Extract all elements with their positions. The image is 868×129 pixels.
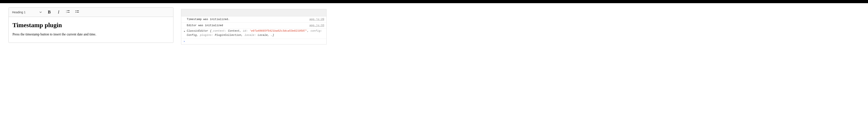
content-heading: Timestamp plugin	[12, 22, 169, 29]
brace-open: {	[208, 29, 212, 33]
object-key: locale:	[245, 34, 256, 37]
object-value: PluginCollection	[213, 34, 241, 37]
object-string-value: 'e97a49665f5421ba02c3dca53e8219507'	[248, 29, 307, 33]
svg-rect-3	[67, 12, 70, 12]
svg-text:2: 2	[66, 12, 67, 13]
object-value: Context	[226, 29, 240, 33]
object-value: Locale	[256, 34, 268, 37]
console-source-link[interactable]: app.js:20	[309, 17, 324, 22]
content-paragraph: Press the timestamp button to insert the…	[12, 33, 169, 36]
console-object-row: ▸ ClassicEditor {_context: Context, id: …	[181, 29, 327, 39]
svg-text:1: 1	[66, 10, 67, 11]
bold-icon: B	[48, 10, 51, 14]
object-key: config:	[310, 29, 322, 33]
console-log-row: Editor was initialized app.js:33	[181, 23, 327, 29]
object-value: Config	[187, 34, 197, 37]
svg-rect-7	[76, 12, 79, 12]
object-class-name: ClassicEditor	[187, 29, 208, 33]
editor-panel: Heading 1 B I 1 2	[8, 7, 174, 43]
console-log-row: Timestamp was initialized. app.js:20	[181, 16, 327, 23]
prompt-chevron-icon: ›	[183, 40, 185, 43]
chevron-down-icon	[39, 11, 42, 13]
object-key: plugins:	[200, 34, 213, 37]
bulleted-list-button[interactable]	[73, 9, 81, 16]
console-message: Timestamp was initialized.	[187, 17, 306, 22]
svg-rect-5	[76, 10, 79, 11]
console-object-dump[interactable]: ClassicEditor {_context: Context, id: 'e…	[187, 29, 324, 37]
svg-point-4	[75, 10, 76, 11]
bold-button[interactable]: B	[45, 9, 53, 16]
canvas: Heading 1 B I 1 2	[0, 3, 868, 129]
object-ellipsis: …	[269, 34, 273, 37]
disclosure-triangle-icon[interactable]: ▸	[184, 29, 187, 34]
numbered-list-button[interactable]: 1 2	[64, 9, 72, 16]
italic-icon: I	[58, 10, 59, 14]
console-header	[181, 9, 327, 16]
console-message: Editor was initialized	[187, 24, 306, 28]
heading-dropdown[interactable]: Heading 1	[10, 9, 44, 16]
console-prompt[interactable]: ›	[181, 39, 327, 44]
console-source-link[interactable]: app.js:33	[309, 24, 324, 28]
devtools-console: Timestamp was initialized. app.js:20 Edi…	[181, 9, 327, 44]
italic-button[interactable]: I	[55, 9, 62, 16]
editor-toolbar: Heading 1 B I 1 2	[9, 8, 173, 17]
editor-content[interactable]: Timestamp plugin Press the timestamp but…	[9, 17, 173, 43]
object-key: id:	[243, 29, 248, 33]
object-key: _context:	[212, 29, 226, 33]
numbered-list-icon: 1 2	[66, 10, 70, 14]
brace-close: }	[273, 34, 274, 37]
svg-point-6	[75, 12, 76, 12]
bulleted-list-icon	[75, 10, 79, 14]
heading-dropdown-label: Heading 1	[12, 10, 26, 14]
svg-rect-1	[67, 10, 70, 11]
